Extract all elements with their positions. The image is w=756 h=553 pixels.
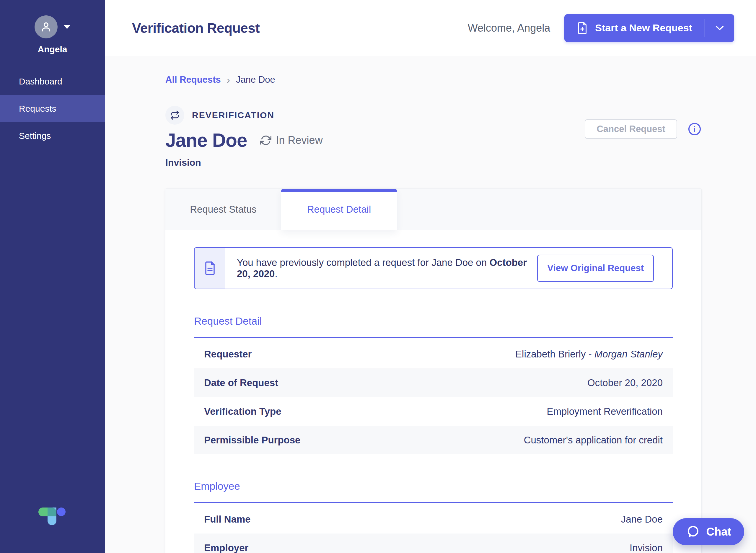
refresh-icon — [260, 135, 271, 146]
row-value: Elizabeth Brierly - Morgan Stanley — [515, 348, 663, 360]
tab-request-status[interactable]: Request Status — [165, 189, 281, 230]
row-value: October 20, 2020 — [587, 377, 663, 388]
document-icon — [204, 261, 216, 275]
chat-button[interactable]: Chat — [673, 518, 744, 545]
truework-logo — [38, 507, 66, 525]
request-header: REVERIFICATION Jane Doe In Review I — [165, 106, 701, 168]
request-name: Jane Doe — [165, 130, 247, 151]
sidebar-item-dashboard[interactable]: Dashboard — [0, 68, 105, 95]
file-plus-icon — [577, 21, 588, 34]
logo-shape-teal — [48, 507, 57, 517]
table-row: Requester Elizabeth Brierly - Morgan Sta… — [194, 340, 673, 368]
section-rule — [194, 337, 673, 338]
table-row: Permissible Purpose Customer's applicati… — [194, 426, 673, 454]
requester-company: Morgan Stanley — [594, 348, 663, 360]
avatar[interactable] — [34, 15, 58, 38]
header: Verification Request Welcome, Angela Sta… — [105, 0, 756, 56]
user-name: Angela — [0, 44, 105, 54]
banner-text-before: You have previously completed a request … — [237, 257, 490, 268]
row-label: Employer — [204, 542, 248, 553]
info-icon[interactable] — [688, 122, 701, 136]
welcome-text: Welcome, Angela — [468, 22, 551, 34]
new-request-dropdown[interactable] — [705, 25, 734, 31]
table-row: Date of Request October 20, 2020 — [194, 368, 673, 397]
section-request-detail: Request Detail Requester Elizabeth Brier… — [194, 315, 673, 454]
logo-shape-green — [38, 507, 48, 517]
user-menu[interactable] — [0, 15, 105, 38]
content: All Requests › Jane Doe REVERIFICATION — [105, 56, 756, 553]
badge-label: REVERIFICATION — [192, 110, 274, 120]
start-new-request-main[interactable]: Start a New Request — [564, 21, 704, 34]
row-label: Full Name — [204, 514, 251, 525]
sidebar-nav: Dashboard Requests Settings — [0, 68, 105, 150]
chat-bubble-icon — [686, 525, 700, 539]
banner-icon-strip — [195, 248, 225, 289]
row-value: Customer's application for credit — [524, 434, 663, 446]
table-row: Full Name Jane Doe — [194, 505, 673, 534]
cancel-request-button[interactable]: Cancel Request — [585, 120, 677, 139]
card-body: You have previously completed a request … — [165, 230, 701, 553]
breadcrumb: All Requests › Jane Doe — [165, 74, 701, 85]
table-row: Employer Invision — [194, 534, 673, 553]
row-value: Invision — [629, 542, 663, 553]
chevron-down-icon — [715, 25, 724, 31]
badge-circle — [165, 106, 184, 125]
page-title: Verification Request — [132, 20, 260, 36]
section-employee: Employee Full Name Jane Doe Employer Inv… — [194, 480, 673, 553]
start-new-request-label: Start a New Request — [595, 22, 692, 34]
row-value: Jane Doe — [621, 514, 663, 525]
view-original-request-button[interactable]: View Original Request — [537, 255, 654, 282]
employee-rows: Full Name Jane Doe Employer Invision — [194, 505, 673, 553]
banner-text-after: . — [275, 268, 277, 279]
cancel-area: Cancel Request — [585, 120, 701, 139]
chat-label: Chat — [706, 526, 731, 538]
sidebar: Angela Dashboard Requests Settings — [0, 0, 105, 553]
app-root: Angela Dashboard Requests Settings Verif… — [0, 0, 756, 553]
user-icon — [39, 20, 53, 33]
status-text: In Review — [276, 134, 323, 147]
request-card: Request Status Request Detail — [165, 189, 701, 553]
header-right: Welcome, Angela Start a New Request — [468, 14, 734, 42]
section-title: Request Detail — [194, 315, 673, 327]
section-rule — [194, 502, 673, 503]
detail-rows: Requester Elizabeth Brierly - Morgan Sta… — [194, 340, 673, 454]
sidebar-item-requests[interactable]: Requests — [0, 95, 105, 122]
company-name: Invision — [165, 157, 701, 168]
row-label: Date of Request — [204, 377, 278, 388]
banner-text: You have previously completed a request … — [225, 248, 672, 289]
main: Verification Request Welcome, Angela Sta… — [105, 0, 756, 553]
repeat-icon — [170, 110, 180, 120]
previous-request-banner: You have previously completed a request … — [194, 247, 673, 289]
user-menu-caret-icon[interactable] — [64, 25, 71, 29]
breadcrumb-current: Jane Doe — [236, 74, 275, 85]
status-badge: In Review — [260, 134, 323, 147]
section-title: Employee — [194, 480, 673, 492]
breadcrumb-all-requests[interactable]: All Requests — [165, 74, 221, 85]
tab-bar: Request Status Request Detail — [165, 189, 701, 230]
sidebar-item-settings[interactable]: Settings — [0, 122, 105, 150]
logo-shape-dot — [57, 507, 66, 516]
row-label: Permissible Purpose — [204, 434, 300, 446]
table-row: Verification Type Employment Reverificat… — [194, 397, 673, 426]
breadcrumb-separator-icon: › — [227, 75, 230, 85]
row-label: Verification Type — [204, 406, 281, 417]
row-value: Employment Reverification — [547, 406, 663, 417]
tab-request-detail[interactable]: Request Detail — [281, 189, 397, 230]
row-label: Requester — [204, 348, 252, 360]
start-new-request-button[interactable]: Start a New Request — [564, 14, 734, 42]
